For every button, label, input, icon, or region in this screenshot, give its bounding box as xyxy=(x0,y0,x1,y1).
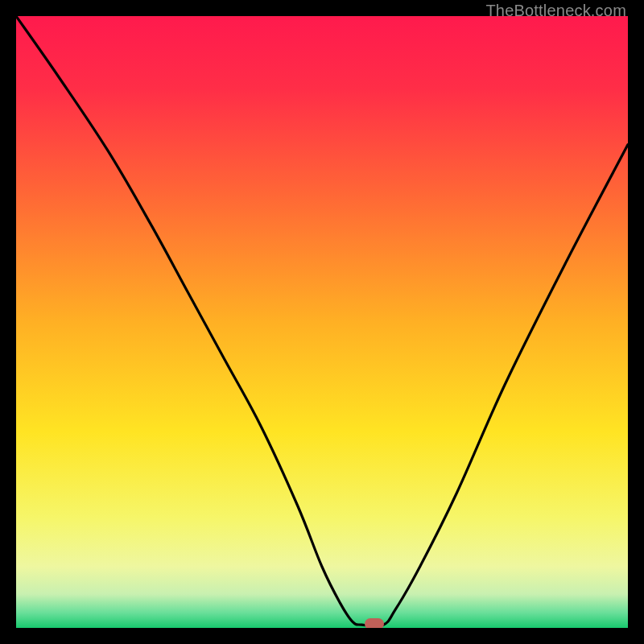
optimal-marker xyxy=(365,618,384,628)
curve-layer xyxy=(16,16,628,628)
chart-frame: TheBottleneck.com xyxy=(0,0,644,644)
plot-area xyxy=(16,16,628,628)
bottleneck-curve xyxy=(16,16,628,626)
